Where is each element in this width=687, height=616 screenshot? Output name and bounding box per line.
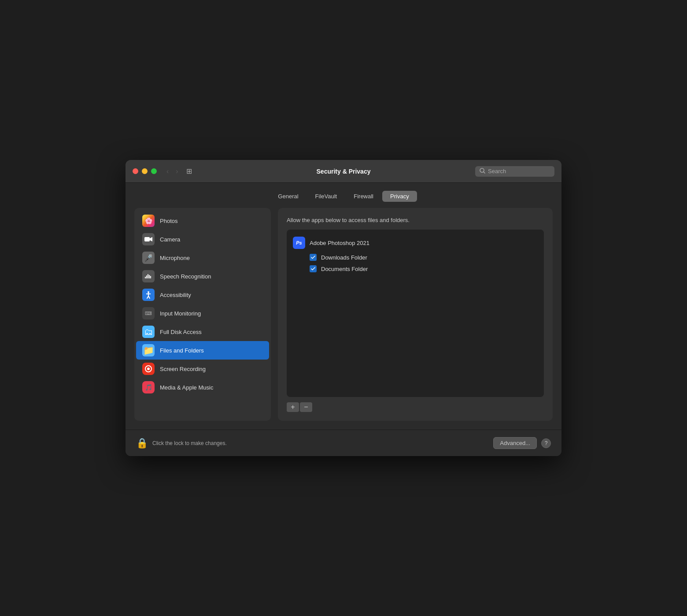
sidebar-item-full-disk-access[interactable]: 🗂 Full Disk Access xyxy=(136,323,269,341)
sidebar-label-photos: Photos xyxy=(160,218,177,224)
sidebar-label-screenrecording: Screen Recording xyxy=(160,366,206,372)
sidebar-label-microphone: Microphone xyxy=(160,255,190,261)
content-area: 🌸 Photos Camera 🎤 Microphone xyxy=(126,208,561,430)
files-folders-icon: 📁 xyxy=(142,344,155,356)
advanced-button[interactable]: Advanced... xyxy=(493,437,537,449)
sidebar-item-screen-recording[interactable]: Screen Recording xyxy=(136,360,269,378)
input-monitoring-icon: ⌨ xyxy=(142,307,155,319)
svg-point-9 xyxy=(148,291,149,293)
svg-rect-6 xyxy=(148,274,148,278)
search-input[interactable] xyxy=(488,168,550,174)
tab-filevault[interactable]: FileVault xyxy=(307,191,345,202)
sidebar-item-photos[interactable]: 🌸 Photos xyxy=(136,212,269,230)
tab-privacy[interactable]: Privacy xyxy=(382,191,417,202)
sidebar-item-accessibility[interactable]: Accessibility xyxy=(136,286,269,304)
minimize-button[interactable] xyxy=(142,168,148,174)
sidebar-label-filesfolders: Files and Folders xyxy=(160,347,204,354)
tab-firewall[interactable]: Firewall xyxy=(346,191,381,202)
tabs-bar: General FileVault Firewall Privacy xyxy=(126,183,561,208)
photoshop-icon: Ps xyxy=(293,237,305,249)
sidebar-item-input-monitoring[interactable]: ⌨ Input Monitoring xyxy=(136,304,269,323)
sidebar-item-media-music[interactable]: 🎵 Media & Apple Music xyxy=(136,378,269,397)
sidebar-label-media: Media & Apple Music xyxy=(160,384,213,391)
system-preferences-window: ‹ › ⊞ Security & Privacy General FileVau… xyxy=(126,160,561,456)
microphone-icon: 🎤 xyxy=(142,252,155,264)
help-button[interactable]: ? xyxy=(541,438,551,448)
svg-rect-2 xyxy=(144,237,150,241)
grid-icon[interactable]: ⊞ xyxy=(186,167,192,175)
folder-item-documents: Documents Folder xyxy=(291,263,539,275)
camera-icon xyxy=(142,233,155,245)
search-icon xyxy=(480,168,485,175)
folder-item-downloads: Downloads Folder xyxy=(291,252,539,263)
maximize-button[interactable] xyxy=(151,168,157,174)
sidebar-label-accessibility: Accessibility xyxy=(160,292,191,298)
screen-recording-icon xyxy=(142,363,155,375)
svg-line-1 xyxy=(484,171,485,173)
sidebar: 🌸 Photos Camera 🎤 Microphone xyxy=(134,208,271,421)
accessibility-icon xyxy=(142,289,155,301)
window-title: Security & Privacy xyxy=(317,168,371,175)
back-button[interactable]: ‹ xyxy=(164,166,171,177)
sidebar-item-camera[interactable]: Camera xyxy=(136,230,269,249)
downloads-checkbox[interactable] xyxy=(310,254,317,261)
app-name: Adobe Photoshop 2021 xyxy=(310,240,369,246)
sidebar-label-fulldisk: Full Disk Access xyxy=(160,329,202,335)
svg-rect-8 xyxy=(150,276,151,278)
sidebar-label-camera: Camera xyxy=(160,236,180,243)
close-button[interactable] xyxy=(133,168,138,174)
footer: 🔒 Click the lock to make changes. Advanc… xyxy=(126,430,561,456)
app-header: Ps Adobe Photoshop 2021 xyxy=(291,234,539,252)
media-music-icon: 🎵 xyxy=(142,381,155,393)
sidebar-item-microphone[interactable]: 🎤 Microphone xyxy=(136,249,269,267)
tab-general[interactable]: General xyxy=(270,191,306,202)
sidebar-item-files-folders[interactable]: 📁 Files and Folders xyxy=(136,341,269,360)
speech-recognition-icon xyxy=(142,270,155,282)
full-disk-access-icon: 🗂 xyxy=(142,326,155,338)
lock-text: Click the lock to make changes. xyxy=(152,440,489,446)
svg-rect-5 xyxy=(146,275,147,278)
svg-rect-4 xyxy=(145,277,146,278)
sidebar-label-speech: Speech Recognition xyxy=(160,273,211,280)
traffic-lights xyxy=(133,168,157,174)
app-list: Ps Adobe Photoshop 2021 Downloads Folder xyxy=(287,230,544,397)
svg-marker-3 xyxy=(150,237,152,241)
documents-label: Documents Folder xyxy=(321,266,368,272)
title-bar: ‹ › ⊞ Security & Privacy xyxy=(126,160,561,183)
list-actions: + − xyxy=(287,402,544,412)
downloads-label: Downloads Folder xyxy=(321,254,367,261)
svg-point-15 xyxy=(147,367,150,370)
search-bar xyxy=(475,166,554,177)
panel-description: Allow the apps below to access files and… xyxy=(287,217,544,223)
svg-rect-7 xyxy=(149,275,150,278)
documents-checkbox[interactable] xyxy=(310,265,317,272)
sidebar-item-speech-recognition[interactable]: Speech Recognition xyxy=(136,267,269,286)
sidebar-label-input: Input Monitoring xyxy=(160,310,201,317)
remove-button[interactable]: − xyxy=(300,402,312,412)
forward-button[interactable]: › xyxy=(173,166,181,177)
nav-buttons: ‹ › xyxy=(164,166,181,177)
add-button[interactable]: + xyxy=(287,402,299,412)
photos-icon: 🌸 xyxy=(142,215,155,227)
svg-line-13 xyxy=(148,296,150,298)
main-panel: Allow the apps below to access files and… xyxy=(278,208,553,421)
lock-icon[interactable]: 🔒 xyxy=(136,438,148,449)
